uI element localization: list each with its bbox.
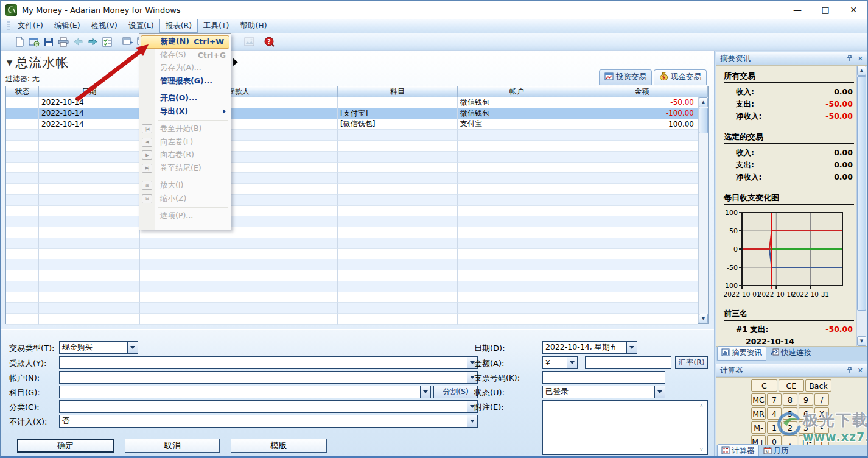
menu-item-导出(X)[interactable]: 导出(X) — [139, 105, 231, 119]
form-field-不计入(X):[interactable]: 否 — [59, 415, 478, 428]
menu-item-开启(O)...[interactable]: 开启(O)... — [139, 92, 231, 105]
maximize-button[interactable]: □ — [811, 1, 839, 19]
scroll-up-button[interactable]: ▲ — [857, 66, 866, 76]
filter-link[interactable]: 过滤器: 无 — [5, 74, 40, 84]
field-value[interactable]: 现金购买 — [59, 341, 128, 354]
notes-textarea[interactable] — [542, 400, 708, 455]
help-icon[interactable]: ? — [262, 35, 276, 49]
table-row[interactable] — [6, 281, 698, 292]
table-row[interactable]: 2022-10-14微信钱包-50.00 — [6, 97, 698, 108]
options-check-icon[interactable] — [100, 35, 114, 49]
table-row[interactable] — [6, 206, 698, 217]
panel-close-icon[interactable]: ✕ — [858, 55, 863, 63]
print-icon[interactable] — [56, 35, 71, 49]
table-row[interactable] — [6, 303, 698, 314]
forward-icon[interactable] — [85, 35, 100, 49]
dropdown-arrow-icon[interactable] — [421, 386, 431, 398]
scroll-thumb[interactable] — [699, 108, 708, 133]
menubar-item-工具(T)[interactable]: 工具(T) — [198, 19, 234, 33]
currency-select[interactable]: ¥ — [542, 356, 578, 369]
table-row[interactable] — [6, 259, 698, 270]
open-icon[interactable] — [27, 35, 41, 49]
column-header-日期[interactable]: 日期 — [39, 86, 140, 97]
split-button[interactable]: 分割(S) — [433, 386, 478, 398]
form-field-帐户(N):[interactable] — [59, 371, 478, 384]
scroll-thumb[interactable] — [857, 76, 866, 311]
window-plus-icon[interactable] — [120, 35, 135, 49]
field-value[interactable] — [542, 371, 665, 384]
dropdown-arrow-icon[interactable] — [655, 386, 665, 398]
table-vertical-scrollbar[interactable]: ▲ ▼ — [698, 97, 708, 323]
form-field-受款人(Y):[interactable] — [59, 356, 478, 369]
form-field-日期(D):[interactable]: 2022-10-14, 星期五 — [542, 341, 637, 354]
summary-scrollbar[interactable]: ▲ ▼ — [856, 66, 867, 346]
dropdown-arrow-icon[interactable] — [567, 356, 578, 369]
collapse-icon[interactable]: ▼ — [7, 58, 13, 67]
menubar-item-检视(V)[interactable]: 检视(V) — [86, 19, 123, 33]
textarea-scroll-down-icon[interactable]: ∨ — [699, 446, 704, 453]
calc-button-CE[interactable]: CE — [779, 379, 805, 392]
overflow-chevron-icon[interactable] — [233, 58, 238, 66]
dropdown-arrow-icon[interactable] — [128, 341, 138, 354]
form-field-状态(U):[interactable]: 已登录 — [542, 386, 665, 398]
form-button-取消[interactable]: 取消 — [125, 439, 220, 453]
panel-tab-快速连接[interactable]: 快速连接 — [766, 346, 816, 361]
field-value[interactable] — [59, 386, 421, 398]
table-row[interactable] — [6, 292, 698, 303]
calc-button-7[interactable]: 7 — [767, 393, 782, 406]
field-value[interactable] — [59, 371, 467, 384]
calc-button-/[interactable]: / — [814, 393, 829, 406]
field-value[interactable]: 2022-10-14, 星期五 — [542, 341, 627, 354]
amount-input[interactable] — [585, 356, 671, 369]
menubar-item-设置(L)[interactable]: 设置(L) — [123, 19, 159, 33]
new-report-icon[interactable] — [12, 35, 27, 49]
column-header-科目[interactable]: 科目 — [338, 86, 458, 97]
table-row[interactable] — [6, 216, 698, 227]
table-row[interactable] — [6, 130, 698, 141]
menubar-item-文件(F)[interactable]: 文件(F) — [12, 19, 49, 33]
table-row[interactable] — [6, 249, 698, 260]
table-row[interactable] — [6, 184, 698, 195]
field-value[interactable] — [59, 400, 467, 413]
calc-button-8[interactable]: 8 — [783, 393, 797, 406]
column-header-帐户[interactable]: 帐户 — [458, 86, 576, 97]
calc-button-M-[interactable]: M- — [751, 421, 766, 434]
menubar-item-编辑(E)[interactable]: 编辑(E) — [49, 19, 86, 33]
field-value[interactable] — [59, 356, 467, 369]
form-button-模版[interactable]: 模版 — [231, 439, 327, 453]
pin-icon[interactable] — [847, 367, 853, 373]
menu-item-新建(N)[interactable]: 新建(N)Ctrl+W — [141, 35, 229, 49]
menu-item-管理报表(G)...[interactable]: 管理报表(G)... — [139, 75, 231, 88]
column-header-状态[interactable]: 状态 — [6, 86, 39, 97]
menubar-item-报表(R)[interactable]: 报表(R) — [159, 19, 198, 33]
pin-icon[interactable] — [847, 55, 853, 62]
table-row[interactable]: 2022-10-14[支付宝]微信钱包-100.00 — [6, 108, 698, 119]
calc-button-Back[interactable]: Back — [805, 379, 831, 392]
field-value[interactable]: 已登录 — [542, 386, 655, 398]
report-tab-现金交易[interactable]: $现金交易 — [654, 69, 707, 85]
table-row[interactable] — [6, 152, 698, 163]
save-icon[interactable] — [41, 35, 56, 49]
table-row[interactable] — [6, 227, 698, 238]
form-field-分类(C):[interactable] — [59, 400, 478, 413]
report-tab-投资交易[interactable]: 投资交易 — [599, 69, 652, 85]
panel-close-icon[interactable]: ✕ — [858, 367, 863, 375]
table-row[interactable] — [6, 173, 698, 184]
exchange-rate-button[interactable]: 汇率(R) — [675, 356, 708, 369]
textarea-scroll-up-icon[interactable]: ∧ — [699, 403, 704, 409]
table-row[interactable] — [6, 195, 698, 206]
calc-button-MR[interactable]: MR — [751, 407, 766, 420]
dropdown-arrow-icon[interactable] — [467, 415, 478, 428]
close-button[interactable]: ✕ — [839, 1, 867, 19]
dropdown-arrow-icon[interactable] — [627, 341, 637, 354]
minimize-button[interactable]: — — [783, 1, 811, 19]
panel-tab-计算器[interactable]: 计算器 — [717, 444, 759, 458]
scroll-down-button[interactable]: ▼ — [699, 314, 708, 323]
column-header-金额[interactable]: 金额 — [576, 86, 708, 97]
form-field-支票号码(K):[interactable] — [542, 371, 665, 384]
scroll-down-button[interactable]: ▼ — [857, 336, 866, 346]
table-row[interactable] — [6, 270, 698, 281]
calc-button-C[interactable]: C — [751, 379, 777, 392]
table-row[interactable] — [6, 163, 698, 174]
table-row[interactable] — [6, 314, 698, 325]
